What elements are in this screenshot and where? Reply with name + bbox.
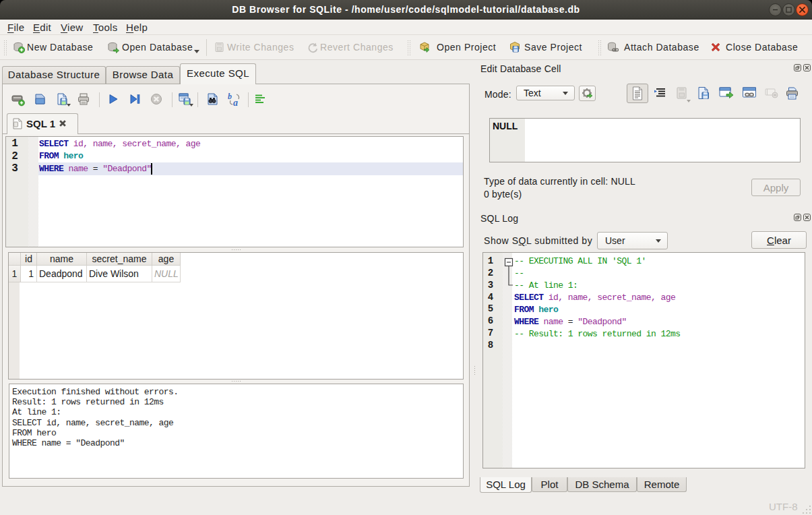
svg-text:b: b bbox=[228, 92, 232, 101]
svg-text:a: a bbox=[233, 98, 238, 107]
